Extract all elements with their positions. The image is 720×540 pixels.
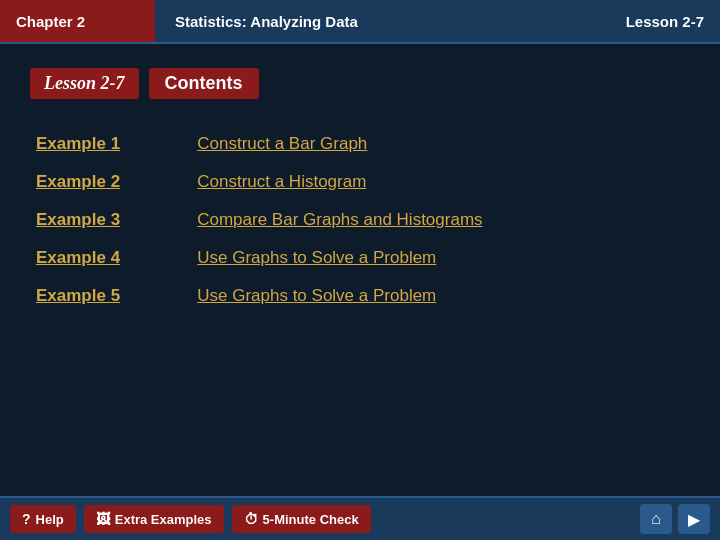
toc-row-5: Example 5Use Graphs to Solve a Problem bbox=[30, 279, 690, 313]
example-link-5[interactable]: Use Graphs to Solve a Problem bbox=[191, 279, 690, 313]
header-title: Statistics: Analyzing Data bbox=[155, 13, 610, 30]
check-label: 5-Minute Check bbox=[263, 512, 359, 527]
toc-row-2: Example 2Construct a Histogram bbox=[30, 165, 690, 199]
home-button[interactable]: ⌂ bbox=[640, 504, 672, 534]
next-icon: ▶ bbox=[688, 510, 700, 529]
main-content: Lesson 2-7 Contents Example 1Construct a… bbox=[0, 44, 720, 337]
header: Chapter 2 Statistics: Analyzing Data Les… bbox=[0, 0, 720, 44]
example-link-3[interactable]: Compare Bar Graphs and Histograms bbox=[191, 203, 690, 237]
extra-label: Extra Examples bbox=[115, 512, 212, 527]
extra-examples-button[interactable]: 🖼 Extra Examples bbox=[84, 505, 224, 533]
home-icon: ⌂ bbox=[651, 510, 661, 528]
example-link-2[interactable]: Construct a Histogram bbox=[191, 165, 690, 199]
chapter-label: Chapter 2 bbox=[0, 0, 155, 42]
toc-table: Example 1Construct a Bar GraphExample 2C… bbox=[30, 123, 690, 317]
check-icon: ⏱ bbox=[244, 511, 258, 527]
example-label-4[interactable]: Example 4 bbox=[30, 241, 191, 275]
toc-row-1: Example 1Construct a Bar Graph bbox=[30, 127, 690, 161]
example-label-5[interactable]: Example 5 bbox=[30, 279, 191, 313]
lesson-badge-row: Lesson 2-7 Contents bbox=[30, 68, 690, 99]
help-icon: ? bbox=[22, 511, 31, 527]
toc-row-3: Example 3Compare Bar Graphs and Histogra… bbox=[30, 203, 690, 237]
example-label-2[interactable]: Example 2 bbox=[30, 165, 191, 199]
lesson-badge: Lesson 2-7 bbox=[30, 68, 139, 99]
contents-badge: Contents bbox=[149, 68, 259, 99]
help-button[interactable]: ? Help bbox=[10, 505, 76, 533]
lesson-label: Lesson 2-7 bbox=[610, 13, 720, 30]
toc-row-4: Example 4Use Graphs to Solve a Problem bbox=[30, 241, 690, 275]
five-minute-check-button[interactable]: ⏱ 5-Minute Check bbox=[232, 505, 371, 533]
screen: Chapter 2 Statistics: Analyzing Data Les… bbox=[0, 0, 720, 540]
example-link-1[interactable]: Construct a Bar Graph bbox=[191, 127, 690, 161]
example-label-1[interactable]: Example 1 bbox=[30, 127, 191, 161]
example-link-4[interactable]: Use Graphs to Solve a Problem bbox=[191, 241, 690, 275]
footer: ? Help 🖼 Extra Examples ⏱ 5-Minute Check… bbox=[0, 496, 720, 540]
example-label-3[interactable]: Example 3 bbox=[30, 203, 191, 237]
extra-icon: 🖼 bbox=[96, 511, 110, 527]
next-button[interactable]: ▶ bbox=[678, 504, 710, 534]
help-label: Help bbox=[36, 512, 64, 527]
footer-nav: ⌂ ▶ bbox=[640, 504, 710, 534]
